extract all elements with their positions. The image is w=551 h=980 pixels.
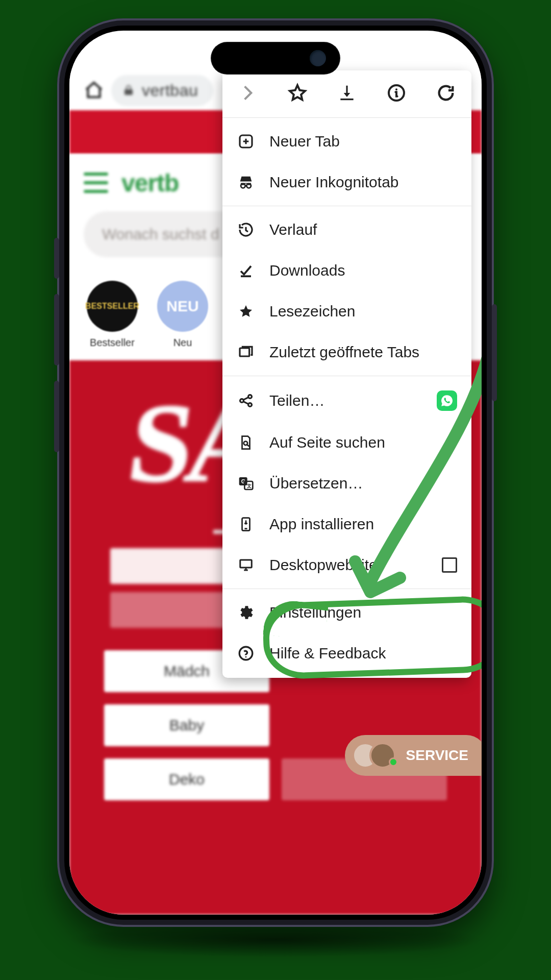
menu-label: Desktopwebsite	[269, 556, 428, 574]
menu-incognito[interactable]: Neuer Inkognitotab	[222, 162, 471, 203]
home-icon[interactable]	[84, 80, 104, 101]
phone-side-button	[54, 294, 59, 365]
menu-label: Hilfe & Feedback	[269, 645, 457, 662]
service-label: SERVICE	[406, 747, 468, 764]
menu-share[interactable]: Teilen…	[222, 379, 471, 422]
svg-point-3	[246, 184, 251, 188]
help-icon	[237, 644, 255, 663]
story-badge: NEU	[157, 281, 208, 332]
desktop-icon	[237, 556, 255, 574]
downloads-check-icon	[237, 261, 255, 280]
new-tab-icon	[237, 132, 255, 151]
svg-point-2	[241, 184, 245, 188]
menu-find[interactable]: Auf Seite suchen	[222, 422, 471, 463]
menu-desktop-site[interactable]: Desktopwebsite	[222, 545, 471, 585]
story-neu[interactable]: NEU Neu	[154, 281, 211, 349]
online-dot-icon	[389, 757, 398, 767]
bookmarks-star-icon	[237, 302, 255, 321]
phone-shadow	[66, 922, 485, 958]
menu-label: App installieren	[269, 516, 457, 533]
whatsapp-icon[interactable]	[437, 390, 457, 411]
menu-label: Teilen…	[269, 392, 422, 409]
menu-history[interactable]: Verlauf	[222, 209, 471, 250]
svg-point-16	[245, 656, 247, 658]
recent-tabs-icon	[237, 343, 255, 361]
menu-bookmarks[interactable]: Lesezeichen	[222, 291, 471, 332]
menu-downloads[interactable]: Downloads	[222, 250, 471, 291]
svg-point-6	[248, 395, 252, 399]
brand-logo[interactable]: vertb	[121, 169, 179, 197]
story-badge: BESTSELLER	[87, 281, 138, 332]
svg-rect-14	[240, 560, 252, 568]
share-icon	[237, 391, 255, 410]
desktop-site-checkbox[interactable]	[442, 557, 457, 573]
menu-translate[interactable]: G文 Übersetzen…	[222, 463, 471, 504]
search-placeholder: Wonach suchst d	[102, 226, 219, 243]
phone-side-button	[54, 238, 59, 279]
hamburger-icon[interactable]	[84, 173, 108, 193]
menu-install-app[interactable]: App installieren	[222, 504, 471, 545]
dynamic-island	[212, 43, 339, 74]
screen: vertbau S vertb Wonach suchst d BESTSELL…	[69, 31, 482, 915]
translate-icon: G文	[237, 474, 255, 493]
menu-label: Einstellungen	[269, 604, 457, 621]
reload-icon[interactable]	[435, 82, 457, 104]
menu-label: Verlauf	[269, 221, 457, 238]
category-button[interactable]: Baby	[104, 704, 269, 746]
forward-icon[interactable]	[237, 82, 259, 104]
menu-label: Übersetzen…	[269, 475, 457, 492]
browser-overflow-menu: Neuer Tab Neuer Inkognitotab Verlauf	[222, 70, 471, 678]
menu-settings[interactable]: Einstellungen	[222, 592, 471, 633]
download-icon[interactable]	[336, 82, 358, 104]
story-bestseller[interactable]: BESTSELLER Bestseller	[84, 281, 141, 349]
phone-side-button	[54, 381, 59, 452]
category-button[interactable]: Deko	[104, 758, 269, 800]
gear-icon	[237, 603, 255, 622]
install-app-icon	[237, 515, 255, 533]
menu-label: Auf Seite suchen	[269, 434, 457, 451]
phone-frame: vertbau S vertb Wonach suchst d BESTSELL…	[57, 18, 494, 927]
service-avatars	[352, 742, 398, 769]
story-label: Bestseller	[84, 337, 141, 349]
menu-action-row	[222, 70, 471, 114]
menu-label: Downloads	[269, 262, 457, 279]
svg-point-7	[248, 403, 252, 407]
history-icon	[237, 220, 255, 239]
url-text: vertbau	[142, 81, 198, 100]
menu-label: Neuer Inkognitotab	[269, 174, 457, 191]
svg-point-8	[244, 442, 248, 446]
svg-text:文: 文	[246, 483, 252, 488]
star-icon[interactable]	[286, 82, 309, 104]
menu-label: Neuer Tab	[269, 133, 457, 150]
phone-side-button	[492, 304, 497, 401]
incognito-icon	[237, 173, 255, 191]
story-label: Neu	[154, 337, 211, 349]
info-icon[interactable]	[385, 82, 408, 104]
find-in-page-icon	[237, 433, 255, 452]
menu-label: Lesezeichen	[269, 303, 457, 320]
menu-recent-tabs[interactable]: Zuletzt geöffnete Tabs	[222, 332, 471, 373]
svg-point-5	[240, 399, 244, 403]
service-chat-pill[interactable]: SERVICE	[345, 735, 482, 776]
address-bar[interactable]: vertbau	[111, 75, 213, 106]
menu-help[interactable]: Hilfe & Feedback	[222, 633, 471, 674]
menu-label: Zuletzt geöffnete Tabs	[269, 344, 457, 361]
menu-new-tab[interactable]: Neuer Tab	[222, 121, 471, 162]
svg-rect-4	[240, 348, 249, 356]
